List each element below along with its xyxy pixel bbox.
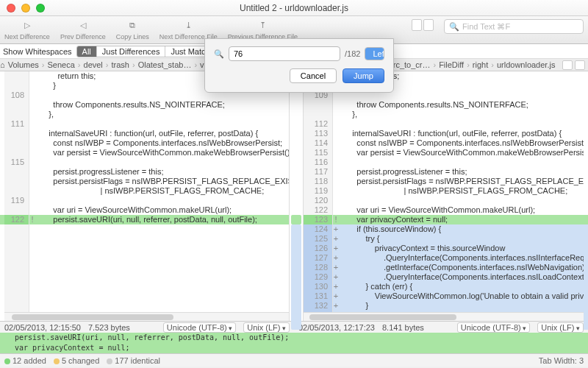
left-pane[interactable]: return this; }108 throw Components.resul… xyxy=(4,71,289,321)
code-line[interactable]: | nsIWBP.PERSIST_FLAGS_FROM_CACHE; xyxy=(4,186,289,196)
breadcrumb-segment[interactable]: urldownloader.js xyxy=(494,60,559,69)
change-marker xyxy=(333,148,339,158)
code-line[interactable]: var uri = ViewSourceWithCommon.makeURL(u… xyxy=(4,205,289,215)
code-line[interactable]: 111 xyxy=(4,119,289,129)
eol-select-left[interactable]: Unix (LF) ▾ xyxy=(243,322,290,333)
search-input[interactable]: 🔍 Find Text ⌘F xyxy=(444,19,584,34)
code-line[interactable]: }, xyxy=(304,110,588,119)
code-line[interactable]: 122 var uri = ViewSourceWithCommon.makeU… xyxy=(304,205,588,215)
diff-summary-row[interactable]: persist.saveURI(uri, null, referrer, pos… xyxy=(0,333,588,343)
code-line[interactable]: throw Components.results.NS_NOINTERFACE; xyxy=(4,100,289,110)
code-line[interactable]: internalSaveURI : function(url, outFile,… xyxy=(4,129,289,138)
change-marker: + xyxy=(333,234,339,244)
code-text: | nsIWBP.PERSIST_FLAGS_FROM_CACHE; xyxy=(339,186,567,196)
code-line[interactable]: 122! persist.saveURI(uri, null, referrer… xyxy=(4,215,289,224)
code-line[interactable]: }, xyxy=(4,110,289,119)
code-line[interactable]: 130+ } catch (err) { xyxy=(304,282,588,291)
code-line[interactable]: 112 xyxy=(304,119,588,129)
code-line[interactable]: 116 xyxy=(304,158,588,167)
code-line[interactable] xyxy=(4,253,289,263)
code-line[interactable]: var persist = ViewSourceWithCommon.makeW… xyxy=(4,148,289,158)
code-line[interactable]: 117 persist.progressListener = this; xyxy=(304,167,588,177)
code-line[interactable]: 129+ .QueryInterface(Components.interfac… xyxy=(304,272,588,282)
code-line[interactable] xyxy=(4,301,289,311)
breadcrumb-segment[interactable]: right xyxy=(470,60,491,69)
breadcrumb-segment[interactable]: Seneca xyxy=(45,60,78,69)
breadcrumb-segment[interactable]: FileDiff xyxy=(436,60,467,69)
code-line[interactable]: 115 xyxy=(4,158,289,167)
eol-select-right[interactable]: Unix (LF) ▾ xyxy=(537,322,584,333)
crumb-action-icon[interactable] xyxy=(575,60,585,70)
code-line[interactable]: 118 persist.persistFlags = nsIWBP.PERSIS… xyxy=(304,177,588,186)
right-change-strip[interactable] xyxy=(584,71,588,321)
code-line[interactable]: 131+ ViewSourceWithCommon.log('Unable to… xyxy=(304,291,588,301)
code-line[interactable]: 123! var privacyContext = null; xyxy=(304,215,588,224)
right-pane[interactable]: return this; }109 throw Components.resul… xyxy=(304,71,588,321)
code-line[interactable]: 115 var persist = ViewSourceWithCommon.m… xyxy=(304,148,588,158)
cancel-button[interactable]: Cancel xyxy=(290,68,337,83)
encoding-select-left[interactable]: Unicode (UTF-8) ▾ xyxy=(163,322,236,333)
tab-width-label[interactable]: Tab Width: 3 xyxy=(539,356,584,365)
code-line[interactable] xyxy=(4,234,289,244)
code-text xyxy=(35,272,40,282)
close-window-button[interactable] xyxy=(7,4,15,13)
filter-just-differences[interactable]: Just Differences xyxy=(97,46,166,57)
breadcrumb-segment[interactable]: trash xyxy=(108,60,132,69)
crumb-action-icon[interactable] xyxy=(562,60,573,70)
next-difference-button[interactable]: ▷ Next Difference xyxy=(4,18,50,40)
horizontal-scrollbar[interactable] xyxy=(4,312,289,321)
zoom-window-button[interactable] xyxy=(36,4,45,13)
next-difference-file-button[interactable]: ⤓ Next Difference File xyxy=(159,18,218,40)
code-text xyxy=(339,196,343,205)
code-line[interactable]: persist.persistFlags = nsIWBP.PERSIST_FL… xyxy=(4,177,289,186)
change-marker xyxy=(29,100,35,110)
code-line[interactable]: 119 | nsIWBP.PERSIST_FLAGS_FROM_CACHE; xyxy=(304,186,588,196)
diff-summary-row[interactable]: var privacyContext = null; xyxy=(0,343,588,353)
copy-lines-button[interactable]: ⧉ Copy Lines xyxy=(116,18,149,40)
code-line[interactable]: 124+ if (this.sourceWindow) { xyxy=(304,224,588,234)
code-line[interactable]: 119 xyxy=(4,196,289,205)
code-line[interactable]: persist.progressListener = this; xyxy=(4,167,289,177)
line-number xyxy=(4,272,29,282)
file-date-right: 02/05/2013, 12:17:23 xyxy=(298,323,375,332)
code-line[interactable]: 113 internalSaveURI : function(url, outF… xyxy=(304,129,588,138)
code-line[interactable]: 120 xyxy=(304,196,588,205)
code-line[interactable]: 132+ } xyxy=(304,301,588,311)
jump-button[interactable]: Jump xyxy=(343,68,384,83)
prev-difference-file-button[interactable]: ⤒ Previous Difference File xyxy=(228,18,298,40)
code-line[interactable]: 128+ .getInterface(Components.interfaces… xyxy=(304,263,588,272)
side-left[interactable]: Left xyxy=(365,48,384,60)
breadcrumb-segment[interactable]: devel xyxy=(81,60,106,69)
filter-segmented-control[interactable]: All Just Differences Just Matches xyxy=(76,46,225,57)
code-line[interactable] xyxy=(4,272,289,282)
code-line[interactable]: 127+ .QueryInterface(Components.interfac… xyxy=(304,253,588,263)
change-marker xyxy=(29,91,35,100)
goto-line-input[interactable] xyxy=(229,46,340,61)
side-segmented-control[interactable]: Left Right xyxy=(365,47,384,60)
code-line[interactable] xyxy=(4,244,289,253)
change-marker xyxy=(29,234,35,244)
code-line[interactable] xyxy=(4,291,289,301)
code-line[interactable] xyxy=(4,263,289,272)
code-line[interactable]: 126+ privacyContext = this.sourceWindow xyxy=(304,244,588,253)
prev-difference-button[interactable]: ◁ Prev Difference xyxy=(60,18,106,40)
filter-all[interactable]: All xyxy=(77,46,97,57)
breadcrumb-segment[interactable]: Volumes xyxy=(5,60,42,69)
code-line[interactable]: 125+ try { xyxy=(304,234,588,244)
pane-divider[interactable] xyxy=(289,71,304,321)
code-line[interactable] xyxy=(4,224,289,234)
minimize-window-button[interactable] xyxy=(21,4,30,13)
code-text xyxy=(35,196,40,205)
code-line[interactable]: throw Components.results.NS_NOINTERFACE; xyxy=(304,100,588,110)
code-text: ViewSourceWithCommon.log('Unable to obta… xyxy=(339,291,588,301)
breadcrumb-segment[interactable]: Olatest_stab… xyxy=(135,60,195,69)
nav-back-button[interactable] xyxy=(412,19,422,31)
nav-forward-button[interactable] xyxy=(423,19,434,31)
encoding-select-right[interactable]: Unicode (UTF-8) ▾ xyxy=(457,322,530,333)
change-marker: + xyxy=(333,244,339,253)
code-line[interactable]: const nsIWBP = Components.interfaces.nsI… xyxy=(4,138,289,148)
code-line[interactable]: 114 const nsIWBP = Components.interfaces… xyxy=(304,138,588,148)
code-line[interactable] xyxy=(4,282,289,291)
horizontal-scrollbar[interactable] xyxy=(304,312,588,321)
show-whitespaces-toggle[interactable]: Show Whitespaces xyxy=(3,47,72,56)
